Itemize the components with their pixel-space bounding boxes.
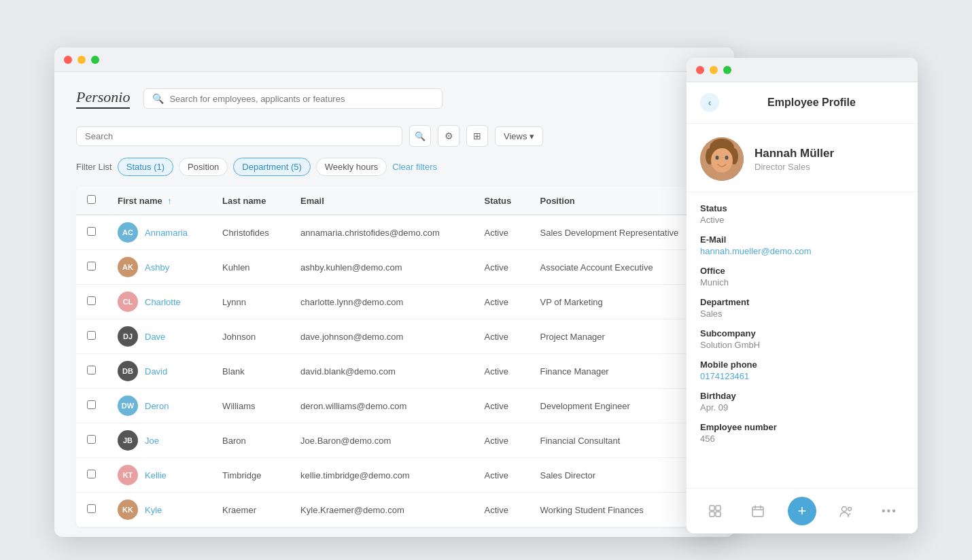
clear-filters-button[interactable]: Clear filters	[392, 162, 437, 172]
row-checkbox-cell[interactable]	[76, 423, 107, 458]
maximize-traffic-light[interactable]	[91, 56, 99, 64]
profile-titlebar	[687, 58, 918, 82]
table-row: AK Ashby Kuhlen ashby.kuhlen@demo.com Ac…	[76, 250, 712, 285]
row-checkbox[interactable]	[87, 400, 96, 409]
employee-name-link[interactable]: Ashby	[145, 262, 169, 273]
row-checkbox-cell[interactable]	[76, 250, 107, 285]
employee-name-link[interactable]: Annamaria	[145, 228, 188, 238]
search-icon: 🔍	[152, 93, 164, 104]
row-lastname-cell: Timbridge	[211, 458, 290, 493]
detail-value: Apr. 09	[700, 402, 904, 413]
search-button[interactable]: 🔍	[409, 125, 431, 147]
search-icon: 🔍	[415, 131, 426, 141]
detail-value[interactable]: hannah.mueller@demo.com	[700, 246, 904, 256]
employee-name-link[interactable]: Dave	[145, 332, 165, 342]
row-firstname-cell: DW Deron	[107, 389, 211, 423]
row-status-cell: Active	[474, 215, 530, 250]
global-search-bar[interactable]: 🔍	[143, 88, 442, 109]
row-status-cell: Active	[474, 250, 530, 285]
row-checkbox-cell[interactable]	[76, 389, 107, 423]
svg-rect-11	[752, 507, 763, 517]
profile-bottom-nav: + •••	[687, 488, 918, 533]
table-row: KK Kyle Kraemer Kyle.Kraemer@demo.com Ac…	[76, 493, 712, 527]
row-checkbox[interactable]	[87, 470, 96, 478]
table-row: DB David Blank david.blank@demo.com Acti…	[76, 354, 712, 389]
svg-rect-9	[710, 512, 714, 517]
employee-table: First name ↑ Last name Email Status Posi…	[76, 187, 712, 527]
row-checkbox[interactable]	[87, 262, 96, 270]
row-checkbox[interactable]	[87, 227, 96, 236]
avatar: AC	[118, 222, 138, 243]
row-checkbox-cell[interactable]	[76, 354, 107, 389]
employee-name-link[interactable]: Joe	[145, 436, 159, 446]
nav-people-button[interactable]	[833, 498, 859, 524]
row-status-cell: Active	[474, 493, 530, 527]
back-icon: ‹	[708, 97, 712, 108]
filter-chip-status[interactable]: Status (1)	[118, 158, 173, 176]
row-position-cell: Sales Development Representative	[530, 215, 712, 250]
profile-maximize-light[interactable]	[723, 66, 731, 74]
col-header-firstname[interactable]: First name ↑	[107, 187, 211, 215]
nav-add-button[interactable]: +	[788, 497, 816, 525]
grid-view-button[interactable]: ⊞	[466, 125, 488, 147]
nav-more-button[interactable]: •••	[876, 498, 902, 524]
employee-name-link[interactable]: Deron	[145, 401, 169, 411]
profile-name-section: Hannah Müller Director Sales	[754, 147, 834, 172]
chevron-down-icon: ▾	[530, 131, 534, 141]
sort-arrow-icon: ↑	[167, 196, 172, 206]
svg-point-5	[716, 156, 719, 160]
row-lastname-cell: Johnson	[211, 319, 290, 354]
filter-chips: Filter List Status (1) Position Departme…	[76, 158, 712, 176]
nav-grid-button[interactable]	[702, 498, 728, 524]
row-checkbox[interactable]	[87, 435, 96, 444]
profile-detail-item: Status Active	[700, 203, 904, 225]
profile-minimize-light[interactable]	[710, 66, 718, 74]
employee-name-link[interactable]: Kyle	[145, 505, 162, 515]
filter-chip-position[interactable]: Position	[179, 158, 228, 176]
profile-employee-name: Hannah Müller	[754, 147, 834, 160]
filter-chip-weekly-hours[interactable]: Weekly hours	[316, 158, 387, 176]
close-traffic-light[interactable]	[64, 56, 72, 64]
employee-name-link[interactable]: Charlotte	[145, 297, 181, 307]
employee-name-link[interactable]: David	[145, 366, 167, 377]
row-checkbox[interactable]	[87, 504, 96, 513]
row-lastname-cell: Blank	[211, 354, 290, 389]
employee-search-input[interactable]	[85, 131, 394, 141]
avatar: AK	[118, 257, 138, 277]
minimize-traffic-light[interactable]	[77, 56, 86, 64]
detail-label: Birthday	[700, 391, 904, 401]
avatar: KK	[118, 500, 138, 520]
row-checkbox-cell[interactable]	[76, 285, 107, 319]
nav-calendar-button[interactable]	[745, 498, 771, 524]
row-status-cell: Active	[474, 285, 530, 319]
filter-chip-department[interactable]: Department (5)	[233, 158, 310, 176]
row-checkbox-cell[interactable]	[76, 493, 107, 527]
row-checkbox[interactable]	[87, 296, 96, 305]
global-search-input[interactable]	[169, 94, 434, 104]
row-firstname-cell: JB Joe	[107, 423, 211, 458]
row-status-cell: Active	[474, 423, 530, 458]
topbar: Personio 🔍	[76, 88, 712, 109]
table-row: DJ Dave Johnson dave.johnson@demo.com Ac…	[76, 319, 712, 354]
profile-close-light[interactable]	[696, 66, 704, 74]
row-email-cell: kellie.timbridge@demo.com	[290, 458, 473, 493]
row-checkbox-cell[interactable]	[76, 458, 107, 493]
select-all-header[interactable]	[76, 187, 107, 215]
settings-icon-button[interactable]: ⚙	[438, 125, 459, 147]
select-all-checkbox[interactable]	[87, 195, 96, 204]
row-firstname-cell: AK Ashby	[107, 250, 211, 285]
table-header-row: First name ↑ Last name Email Status Posi…	[76, 187, 712, 215]
detail-value[interactable]: 0174123461	[700, 371, 904, 381]
svg-point-16	[848, 508, 852, 511]
employee-name-link[interactable]: Kellie	[145, 470, 167, 480]
employee-search-wrap[interactable]	[76, 126, 402, 146]
row-checkbox-cell[interactable]	[76, 215, 107, 250]
views-button[interactable]: Views ▾	[495, 126, 543, 146]
row-checkbox[interactable]	[87, 331, 96, 340]
detail-label: E-Mail	[700, 234, 904, 245]
col-header-lastname: Last name	[211, 187, 290, 215]
row-checkbox[interactable]	[87, 366, 96, 374]
row-checkbox-cell[interactable]	[76, 319, 107, 354]
back-button[interactable]: ‹	[700, 93, 719, 112]
svg-rect-7	[710, 506, 714, 510]
